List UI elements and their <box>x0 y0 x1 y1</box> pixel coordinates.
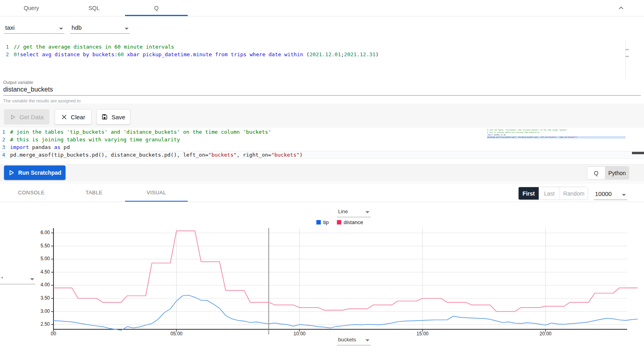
series-line-distance[interactable] <box>53 231 638 312</box>
sampling-toggle: First Last Random <box>518 187 588 200</box>
tab-sql-label: SQL <box>88 5 100 11</box>
line-number: 4 <box>0 151 5 159</box>
chevron-down-icon <box>622 194 626 196</box>
code-text: import pandas as pd <box>10 143 70 151</box>
chevron-up-icon <box>617 4 625 12</box>
series-filter-select[interactable]: * <box>0 271 35 284</box>
sampling-last-label: Last <box>544 190 554 197</box>
clear-label: Clear <box>71 114 85 120</box>
y-axis-tick-label: 4.50 <box>35 269 50 275</box>
line-chart[interactable] <box>51 227 644 337</box>
output-variable-underline <box>3 95 641 96</box>
tab-table[interactable]: TABLE <box>63 183 125 202</box>
output-variable-label: Output variable <box>3 80 33 85</box>
line-number: 2 <box>0 51 9 58</box>
y-axis-tick-label: 5.50 <box>35 243 50 249</box>
tab-q[interactable]: Q <box>125 0 188 16</box>
legend-label-tip: tip <box>323 219 329 225</box>
code-text: 0!select avg distance by buckets:60 xbar… <box>14 51 379 58</box>
output-variable-input[interactable]: distance_buckets <box>3 86 53 93</box>
database-value: hdb <box>72 24 82 31</box>
y-axis-tick-label: 5.00 <box>35 256 50 261</box>
y-axis-tick-label: 4.00 <box>35 282 50 288</box>
series-line-tip[interactable] <box>53 295 638 330</box>
output-variable-helper: The variable the results are assigned to <box>3 98 81 103</box>
overview-ruler-mark <box>626 56 629 57</box>
y-axis-tick-label: 3.50 <box>35 295 50 301</box>
x-axis-field-select[interactable]: buckets <box>337 335 371 345</box>
minimap-line: pd.merge_asof(tip_buckets.pd(), distance… <box>487 136 626 139</box>
tab-visual[interactable]: VISUAL <box>125 183 188 202</box>
tab-table-label: TABLE <box>86 190 103 196</box>
chart-type-select[interactable]: Line <box>337 207 371 217</box>
code-text: # this is joining tables with varying ti… <box>10 136 180 143</box>
code-text: // get the average distances in 60 minut… <box>14 43 174 51</box>
q-code-editor[interactable]: 1// get the average distances in 60 minu… <box>0 43 644 79</box>
line-number: 1 <box>0 43 9 51</box>
get-data-button[interactable]: Get Data <box>4 109 49 124</box>
tab-console[interactable]: CONSOLE <box>0 183 63 202</box>
collapse-panel-button[interactable] <box>615 2 627 14</box>
legend-swatch-tip[interactable] <box>316 220 321 224</box>
result-tabs-divider <box>0 202 644 202</box>
chevron-down-icon <box>365 211 369 213</box>
tab-console-label: CONSOLE <box>18 190 45 196</box>
tab-query-label: Query <box>24 5 39 11</box>
x-axis-field-value: buckets <box>338 337 356 343</box>
x-axis-tick-label: 20:00 <box>535 331 556 337</box>
sample-count-select[interactable]: 10000 <box>594 188 627 200</box>
language-toggle: Q Python <box>587 166 629 180</box>
tab-sql[interactable]: SQL <box>63 0 125 16</box>
x-axis-tick-label: 15:00 <box>412 331 433 337</box>
language-q-label: Q <box>594 170 599 176</box>
save-button[interactable]: Save <box>96 109 130 124</box>
language-toggle-python[interactable]: Python <box>605 167 629 179</box>
editor-minimap[interactable]: # join the tables 'tip_buckets' and 'dis… <box>487 129 626 139</box>
sampling-first-label: First <box>523 190 535 197</box>
chevron-down-icon <box>125 28 129 30</box>
y-axis-tick-label: 3.00 <box>35 308 50 314</box>
connection-select[interactable]: taxi <box>4 21 64 34</box>
play-icon <box>8 169 14 176</box>
code-line[interactable]: 4pd.merge_asof(tip_buckets.pd(), distanc… <box>0 151 644 159</box>
chevron-down-icon <box>365 339 369 341</box>
clear-button[interactable]: Clear <box>55 109 92 124</box>
code-line[interactable]: 1// get the average distances in 60 minu… <box>0 43 644 51</box>
database-select[interactable]: hdb <box>70 21 130 34</box>
legend-swatch-distance[interactable] <box>337 220 341 224</box>
sample-count-value: 10000 <box>595 190 612 197</box>
tab-query[interactable]: Query <box>0 0 63 16</box>
chart-legend: tip distance <box>316 219 363 225</box>
series-filter-value: * <box>1 276 3 282</box>
get-data-label: Get Data <box>19 114 43 120</box>
header-divider <box>0 16 644 16</box>
save-icon <box>101 114 108 120</box>
sampling-last-button[interactable]: Last <box>539 187 560 200</box>
close-icon <box>61 114 67 120</box>
sampling-random-button[interactable]: Random <box>560 187 588 200</box>
tab-q-label: Q <box>154 5 159 11</box>
run-band <box>0 164 644 182</box>
q-editor-scrollbar[interactable] <box>626 40 626 79</box>
legend-label-distance: distance <box>344 219 363 225</box>
overview-ruler-mark <box>626 49 629 50</box>
overview-ruler-cursor-mark <box>632 152 644 154</box>
chevron-down-icon <box>59 28 63 30</box>
language-toggle-q[interactable]: Q <box>587 167 605 179</box>
scratchpad-app: Query SQL Q taxi hdb 1// get the average… <box>0 0 644 353</box>
x-axis-tick-label: 00 <box>43 331 64 337</box>
sampling-first-button[interactable]: First <box>519 187 539 200</box>
connection-value: taxi <box>5 24 14 31</box>
run-scratchpad-button[interactable]: Run Scratchpad <box>4 165 66 180</box>
code-line[interactable]: 3import pandas as pd <box>0 143 644 151</box>
x-axis-tick-label: 10:00 <box>289 331 310 337</box>
line-number: 1 <box>0 128 5 136</box>
sampling-random-label: Random <box>563 190 585 197</box>
code-line[interactable]: 20!select avg distance by buckets:60 xba… <box>0 51 644 58</box>
tab-visual-label: VISUAL <box>147 190 166 196</box>
x-axis-tick-label: 05:00 <box>166 331 187 337</box>
line-number: 3 <box>0 143 5 151</box>
play-icon <box>10 114 16 120</box>
save-label: Save <box>111 114 125 120</box>
chevron-down-icon <box>30 278 34 280</box>
